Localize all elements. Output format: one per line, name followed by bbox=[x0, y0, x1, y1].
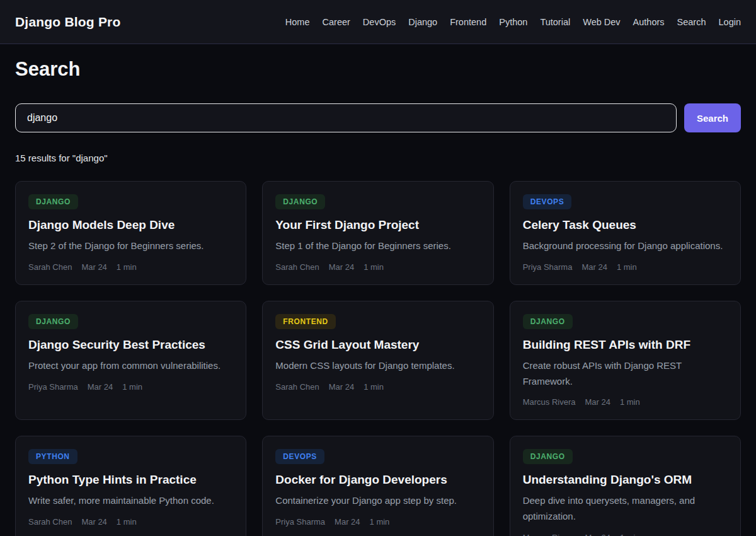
post-title[interactable]: Understanding Django's ORM bbox=[523, 473, 728, 487]
post-description: Deep dive into querysets, managers, and … bbox=[523, 493, 728, 525]
category-badge: PYTHON bbox=[28, 449, 77, 464]
category-badge: DEVOPS bbox=[275, 449, 324, 464]
post-date: Mar 24 bbox=[585, 533, 610, 536]
post-read-time: 1 min bbox=[617, 262, 637, 272]
category-badge: DJANGO bbox=[523, 449, 573, 464]
post-date: Mar 24 bbox=[81, 517, 106, 527]
nav-link[interactable]: Authors bbox=[633, 17, 665, 27]
post-title[interactable]: CSS Grid Layout Mastery bbox=[275, 338, 480, 352]
post-title[interactable]: Django Security Best Practices bbox=[28, 338, 233, 352]
post-date: Mar 24 bbox=[329, 262, 354, 272]
post-date: Mar 24 bbox=[329, 382, 354, 392]
category-badge: DJANGO bbox=[275, 194, 325, 209]
result-card[interactable]: DJANGO Building REST APIs with DRF Creat… bbox=[510, 301, 741, 421]
post-date: Mar 24 bbox=[335, 517, 360, 527]
post-author: Sarah Chen bbox=[28, 262, 72, 272]
category-badge: DJANGO bbox=[28, 314, 78, 329]
nav-link[interactable]: DevOps bbox=[363, 17, 396, 27]
post-description: Step 1 of the Django for Beginners serie… bbox=[275, 238, 480, 254]
post-read-time: 1 min bbox=[620, 397, 640, 407]
main-nav: Home Career DevOps Django Frontend Pytho… bbox=[285, 17, 741, 27]
nav-link[interactable]: Frontend bbox=[450, 17, 486, 27]
post-title[interactable]: Django Models Deep Dive bbox=[28, 218, 233, 232]
post-meta: Marcus Rivera Mar 24 1 min bbox=[523, 397, 728, 407]
post-meta: Sarah Chen Mar 24 1 min bbox=[28, 517, 233, 527]
nav-link[interactable]: Django bbox=[408, 17, 437, 27]
post-description: Protect your app from common vulnerabili… bbox=[28, 358, 233, 374]
post-description: Write safer, more maintainable Python co… bbox=[28, 493, 233, 509]
category-badge: DJANGO bbox=[523, 314, 573, 329]
post-description: Background processing for Django applica… bbox=[523, 238, 728, 254]
result-card[interactable]: DJANGO Django Security Best Practices Pr… bbox=[15, 301, 246, 421]
post-description: Step 2 of the Django for Beginners serie… bbox=[28, 238, 233, 254]
nav-link[interactable]: Login bbox=[719, 17, 741, 27]
result-card[interactable]: DEVOPS Docker for Django Developers Cont… bbox=[262, 436, 493, 536]
post-title[interactable]: Docker for Django Developers bbox=[275, 473, 480, 487]
post-meta: Priya Sharma Mar 24 1 min bbox=[28, 382, 233, 392]
result-card[interactable]: DJANGO Django Models Deep Dive Step 2 of… bbox=[15, 181, 246, 285]
post-date: Mar 24 bbox=[581, 262, 607, 272]
post-read-time: 1 min bbox=[122, 382, 142, 392]
post-title[interactable]: Your First Django Project bbox=[275, 218, 480, 232]
post-date: Mar 24 bbox=[81, 262, 106, 272]
brand-logo[interactable]: Django Blog Pro bbox=[15, 15, 121, 30]
site-header: Django Blog Pro Home Career DevOps Djang… bbox=[0, 0, 756, 44]
result-card[interactable]: PYTHON Python Type Hints in Practice Wri… bbox=[15, 436, 246, 536]
post-meta: Sarah Chen Mar 24 1 min bbox=[275, 262, 480, 272]
post-author: Priya Sharma bbox=[275, 517, 325, 527]
results-grid: DJANGO Django Models Deep Dive Step 2 of… bbox=[15, 181, 741, 536]
main-content: Search Search 15 results for "django" DJ… bbox=[0, 58, 756, 536]
nav-link[interactable]: Tutorial bbox=[540, 17, 570, 27]
nav-link[interactable]: Python bbox=[499, 17, 527, 27]
post-author: Priya Sharma bbox=[28, 382, 78, 392]
post-date: Mar 24 bbox=[585, 397, 610, 407]
nav-link[interactable]: Home bbox=[285, 17, 310, 27]
post-meta: Marcus Rivera Mar 24 1 min bbox=[523, 533, 728, 536]
post-read-time: 1 min bbox=[117, 262, 137, 272]
post-meta: Priya Sharma Mar 24 1 min bbox=[275, 517, 480, 527]
search-button[interactable]: Search bbox=[684, 103, 741, 132]
post-title[interactable]: Building REST APIs with DRF bbox=[523, 338, 728, 352]
nav-link[interactable]: Career bbox=[323, 17, 350, 27]
search-bar: Search bbox=[15, 103, 741, 132]
post-read-time: 1 min bbox=[364, 382, 384, 392]
post-author: Marcus Rivera bbox=[523, 533, 576, 536]
post-description: Containerize your Django app step by ste… bbox=[275, 493, 480, 509]
post-meta: Sarah Chen Mar 24 1 min bbox=[275, 382, 480, 392]
post-author: Marcus Rivera bbox=[523, 397, 576, 407]
post-author: Priya Sharma bbox=[523, 262, 573, 272]
post-meta: Sarah Chen Mar 24 1 min bbox=[28, 262, 233, 272]
post-author: Sarah Chen bbox=[275, 262, 319, 272]
results-summary: 15 results for "django" bbox=[15, 153, 741, 163]
post-description: Create robust APIs with Django REST Fram… bbox=[523, 358, 728, 390]
post-read-time: 1 min bbox=[364, 262, 384, 272]
result-card[interactable]: DJANGO Your First Django Project Step 1 … bbox=[262, 181, 493, 285]
search-input[interactable] bbox=[15, 103, 677, 132]
post-read-time: 1 min bbox=[370, 517, 390, 527]
nav-link[interactable]: Web Dev bbox=[583, 17, 620, 27]
post-description: Modern CSS layouts for Django templates. bbox=[275, 358, 480, 374]
post-author: Sarah Chen bbox=[275, 382, 319, 392]
page-title: Search bbox=[15, 58, 741, 81]
category-badge: DEVOPS bbox=[523, 194, 572, 209]
nav-link[interactable]: Search bbox=[677, 17, 706, 27]
result-card[interactable]: DJANGO Understanding Django's ORM Deep d… bbox=[510, 436, 741, 536]
category-badge: DJANGO bbox=[28, 194, 78, 209]
result-card[interactable]: FRONTEND CSS Grid Layout Mastery Modern … bbox=[262, 301, 493, 421]
post-read-time: 1 min bbox=[117, 517, 137, 527]
category-badge: FRONTEND bbox=[275, 314, 335, 329]
post-date: Mar 24 bbox=[88, 382, 113, 392]
post-title[interactable]: Python Type Hints in Practice bbox=[28, 473, 233, 487]
result-card[interactable]: DEVOPS Celery Task Queues Background pro… bbox=[510, 181, 741, 285]
post-title[interactable]: Celery Task Queues bbox=[523, 218, 728, 232]
post-author: Sarah Chen bbox=[28, 517, 72, 527]
post-read-time: 1 min bbox=[620, 533, 640, 536]
post-meta: Priya Sharma Mar 24 1 min bbox=[523, 262, 728, 272]
